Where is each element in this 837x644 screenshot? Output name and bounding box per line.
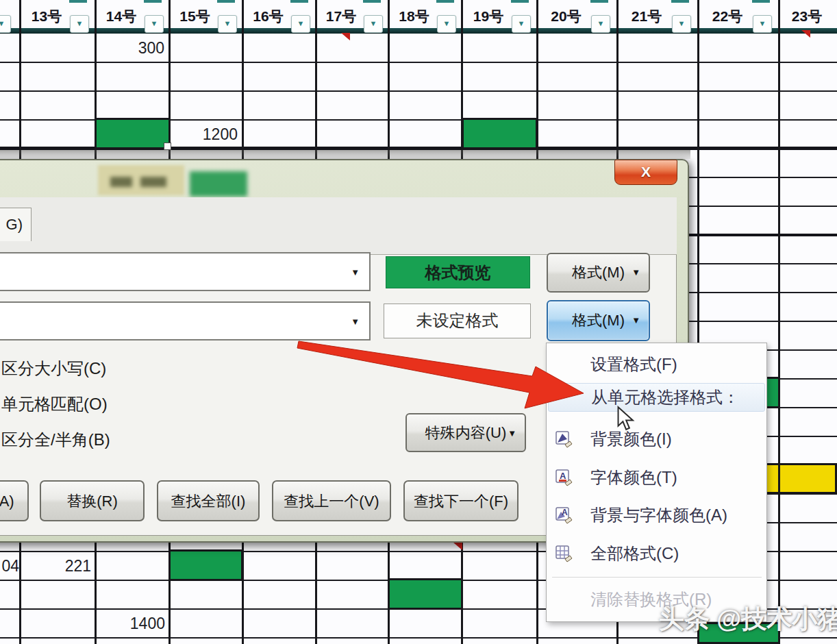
filter-button-13[interactable]: ▼ <box>70 15 89 33</box>
menu-item-label: 字体颜色(T) <box>590 467 677 488</box>
filter-arrow-icon: ▼ <box>443 19 451 27</box>
nub <box>436 0 454 3</box>
screenshot-stage: 13号 14号 15号 16号 17号 18号 19号 20号 21号 22号 … <box>0 0 837 644</box>
cell-value[interactable]: 1200 <box>170 122 238 147</box>
column-header-19: 19号 <box>462 5 514 27</box>
filter-arrow-icon: ▼ <box>76 19 84 27</box>
green-cell-selected[interactable] <box>95 118 171 149</box>
button-label: 查找全部(I) <box>171 493 246 510</box>
filter-button-20[interactable]: ▼ <box>591 15 610 33</box>
find-content-combo[interactable]: ▼ <box>0 252 371 291</box>
filter-button-edge[interactable]: ▼ <box>0 15 11 33</box>
find-next-button[interactable]: 查找下一个(F) <box>403 480 519 521</box>
filter-arrow-icon: ▼ <box>678 19 686 27</box>
match-cell-checkbox-label[interactable]: 单元格匹配(O) <box>1 394 108 414</box>
column-header-21: 21号 <box>618 5 675 27</box>
fill-handle[interactable] <box>164 143 171 150</box>
filter-arrow-icon: ▼ <box>151 19 158 27</box>
filter-arrow-icon: ▼ <box>518 19 525 27</box>
nub <box>363 0 381 3</box>
green-cell[interactable] <box>168 549 243 581</box>
column-header-13: 13号 <box>21 5 73 27</box>
dialog-tab-strip <box>0 197 677 255</box>
column-header-15: 15号 <box>170 5 220 27</box>
column-header-18: 18号 <box>389 5 439 27</box>
filter-button-15[interactable]: ▼ <box>218 15 237 33</box>
filter-button-16[interactable]: ▼ <box>291 15 310 33</box>
menu-item-label: 从单元格选择格式： <box>591 386 739 408</box>
filter-button-22[interactable]: ▼ <box>753 15 772 33</box>
mouse-cursor-icon <box>617 406 635 432</box>
filter-arrow-icon: ▼ <box>370 19 377 27</box>
format-button-label: 格式(M) <box>572 264 625 281</box>
menu-item-label: 背景与字体颜色(A) <box>590 504 727 526</box>
green-cell[interactable] <box>462 118 538 149</box>
format-button-label: 格式(M) <box>572 312 625 329</box>
chevron-down-icon: ▼ <box>632 301 640 340</box>
nub <box>752 0 770 3</box>
no-format-box: 未设定格式 <box>384 304 531 338</box>
titlebar-blur-blob <box>190 171 247 197</box>
cell-value[interactable]: 221 <box>22 554 91 578</box>
filter-button-17[interactable]: ▼ <box>364 15 383 33</box>
chevron-down-icon: ▼ <box>508 414 516 451</box>
filter-button-18[interactable]: ▼ <box>437 15 456 33</box>
nub <box>590 0 608 3</box>
replace-with-combo[interactable]: ▼ <box>0 301 371 340</box>
header-underline <box>0 28 837 34</box>
dialog-tab[interactable]: G) <box>0 208 32 241</box>
svg-text:A: A <box>562 508 568 517</box>
menu-item-bg-font-color[interactable]: A 背景与字体颜色(A) <box>548 501 765 529</box>
format-button-find[interactable]: 格式(M) ▼ <box>547 253 650 293</box>
chevron-down-icon: ▼ <box>632 254 640 291</box>
filter-button-14[interactable]: ▼ <box>145 15 164 33</box>
bg-font-color-icon: A <box>553 505 574 525</box>
format-preview-box: 格式预览 <box>386 256 530 288</box>
nub <box>671 0 689 3</box>
menu-item-bg-color[interactable]: 背景颜色(I) <box>548 425 765 453</box>
menu-item-label: 全部格式(C) <box>590 543 679 565</box>
filter-arrow-icon: ▼ <box>297 19 305 27</box>
find-previous-button[interactable]: 查找上一个(V) <box>272 480 391 521</box>
titlebar-blur-blob <box>98 165 184 195</box>
chevron-down-icon: ▼ <box>351 316 360 326</box>
find-all-button[interactable]: 查找全部(I) <box>157 480 260 521</box>
button-label: 替换(R) <box>66 493 118 510</box>
column-header-20: 20号 <box>538 5 595 27</box>
gridline <box>778 0 780 644</box>
chevron-down-icon: ▼ <box>351 267 360 277</box>
match-width-checkbox-label[interactable]: 区分全/半角(B) <box>1 430 110 450</box>
font-color-icon: A <box>553 467 574 488</box>
watermark: 头条 @技术小猪 <box>659 602 837 636</box>
replace-all-button[interactable]: (A) <box>0 480 29 521</box>
column-header-22: 22号 <box>699 5 756 27</box>
filter-button-19[interactable]: ▼ <box>512 15 531 33</box>
replace-button[interactable]: 替换(R) <box>40 480 145 521</box>
menu-item-label: 设置格式(F) <box>590 354 677 375</box>
match-case-checkbox-label[interactable]: 区分大小写(C) <box>1 358 106 379</box>
cell-value[interactable]: 300 <box>96 36 164 60</box>
column-header-23: 23号 <box>779 5 834 27</box>
filter-button-21[interactable]: ▼ <box>672 15 691 33</box>
menu-separator <box>552 577 762 578</box>
bg-color-icon <box>553 429 574 449</box>
nub <box>217 0 235 3</box>
column-header-16: 16号 <box>243 5 293 27</box>
button-label: 查找上一个(V) <box>284 493 379 510</box>
menu-item-font-color[interactable]: A 字体颜色(T) <box>548 464 765 491</box>
svg-text:A: A <box>560 471 566 481</box>
all-format-icon <box>553 543 574 564</box>
cell-value[interactable]: 04 <box>0 554 19 578</box>
column-header-17: 17号 <box>316 5 366 27</box>
button-label: (A) <box>0 493 14 510</box>
green-cell[interactable] <box>388 578 463 610</box>
dialog-close-button[interactable]: X <box>614 160 677 185</box>
nub <box>511 0 529 3</box>
cell-value[interactable]: 1400 <box>97 611 165 636</box>
format-button-replace[interactable]: 格式(M) ▼ <box>547 300 650 341</box>
special-content-button[interactable]: 特殊内容(U) ▼ <box>405 413 526 452</box>
menu-item-all-formats[interactable]: 全部格式(C) <box>548 540 765 567</box>
red-annotation-arrow <box>291 336 592 418</box>
nub <box>290 0 308 3</box>
special-content-label: 特殊内容(U) <box>425 424 507 441</box>
